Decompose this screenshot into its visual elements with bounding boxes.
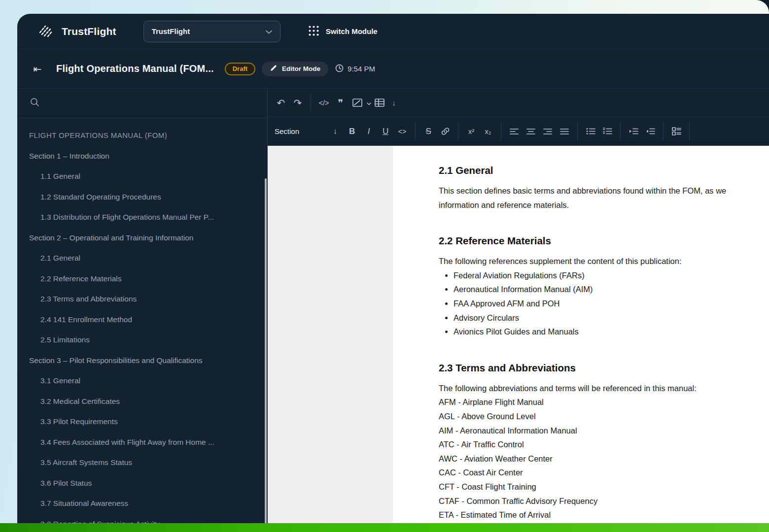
toc-item[interactable]: 3.2 Medical Certificates xyxy=(17,391,267,412)
subscript-icon[interactable]: x₂ xyxy=(480,123,496,140)
definition-list-icon[interactable] xyxy=(668,123,685,140)
align-right-icon[interactable] xyxy=(539,123,556,140)
toolbar-divider xyxy=(415,122,416,141)
code-block-icon[interactable]: </> xyxy=(315,95,332,111)
underline-icon[interactable]: U xyxy=(377,123,394,140)
blockquote-icon[interactable]: ❞ xyxy=(332,95,349,111)
trustflight-logo-icon xyxy=(37,22,55,41)
table-icon xyxy=(371,95,388,111)
bold-icon[interactable]: B xyxy=(344,123,360,140)
last-saved-time: 9:54 PM xyxy=(335,64,375,74)
toc-item[interactable]: Section 3 – Pilot Responsibilities and Q… xyxy=(17,350,267,371)
reference-list-item: FAA Approved AFM and POH xyxy=(454,297,769,311)
insert-image-button[interactable] xyxy=(349,95,371,111)
section-paragraph: The following references supplement the … xyxy=(439,254,769,268)
switch-module-label: Switch Module xyxy=(326,27,378,35)
abbreviation-line: CAC - Coast Air Center xyxy=(439,466,769,480)
abbreviation-line: AIM - Aeronautical Information Manual xyxy=(439,424,769,438)
toc-item[interactable]: 1.1 General xyxy=(17,166,267,187)
toc-item[interactable]: 2.1 General xyxy=(17,248,267,268)
link-icon[interactable] xyxy=(437,123,454,140)
section-heading: 2.3 Terms and Abbreviations xyxy=(439,361,769,375)
reference-list: Federal Aviation Regulations (FARs)Aeron… xyxy=(439,268,769,339)
brand-name: TrustFlight xyxy=(62,26,116,37)
align-left-icon[interactable] xyxy=(506,123,523,140)
document-page[interactable]: 2.1 General This section defines basic t… xyxy=(393,146,769,532)
toolbar-divider xyxy=(501,122,501,141)
toc-item[interactable]: 3.6 Pilot Status xyxy=(17,473,267,494)
inline-code-icon[interactable]: <> xyxy=(394,123,411,140)
sidebar-scrollbar[interactable] xyxy=(265,178,267,530)
abbreviation-line: AGL - Above Ground Level xyxy=(439,409,769,424)
chevron-down-icon xyxy=(367,99,371,107)
ordered-list-icon[interactable] xyxy=(599,123,616,140)
redo-icon[interactable]: ↷ xyxy=(289,95,306,111)
document-title: Flight Operations Manual (FOM... xyxy=(56,63,214,74)
toolbar-divider xyxy=(577,122,578,141)
strikethrough-icon[interactable]: S xyxy=(420,123,437,140)
grid-icon xyxy=(308,25,319,38)
toc-item[interactable]: 1.3 Distribution of Flight Operations Ma… xyxy=(17,207,267,228)
toc-item[interactable]: 3.7 Situational Awareness xyxy=(17,493,267,514)
toc-item[interactable]: 2.4 141 Enrollment Method xyxy=(17,309,267,330)
section-heading: 2.1 General xyxy=(439,164,769,177)
toolbar-divider xyxy=(620,122,621,141)
toc-item[interactable]: 3.5 Aircraft Systems Status xyxy=(17,452,267,473)
align-justify-icon[interactable] xyxy=(556,123,573,140)
reference-list-item: Advisory Circulars xyxy=(454,311,769,325)
abbreviation-line: CTAF - Common Traffic Advisory Frequency xyxy=(439,494,769,508)
paragraph-line: information and reference materials. xyxy=(439,198,769,212)
toc-search[interactable] xyxy=(17,89,267,118)
body: FLIGHT OPERATIONS MANUAL (FOM) Section 1… xyxy=(17,89,769,532)
toc-item[interactable]: 3.3 Pilot Requirements xyxy=(17,411,267,432)
image-icon xyxy=(349,95,366,111)
collapse-sidebar-icon[interactable]: ⇤ xyxy=(29,60,46,78)
editor-toolbar-row-2: Section ↓ B I U <> S x² x₂ xyxy=(268,117,769,146)
editor-toolbar-row-1: ↶ ↷ </> ❞ xyxy=(268,89,769,117)
toc-header: FLIGHT OPERATIONS MANUAL (FOM) xyxy=(17,125,267,146)
toc-item[interactable]: 2.2 Reference Materials xyxy=(17,268,267,289)
toolbar-divider xyxy=(458,122,458,141)
indent-icon[interactable] xyxy=(625,123,642,140)
paragraph-line: This section defines basic terms and abb… xyxy=(439,184,769,198)
top-app-bar: TrustFlight TrustFlight Switch Module xyxy=(17,14,769,49)
reference-list-item: Federal Aviation Regulations (FARs) xyxy=(454,268,769,283)
module-select-dropdown[interactable]: TrustFlight xyxy=(143,21,280,42)
toc-item[interactable]: 3.1 General xyxy=(17,370,267,391)
switch-module-button[interactable]: Switch Module xyxy=(308,25,378,38)
brand: TrustFlight xyxy=(37,22,116,41)
bullet-list-icon[interactable] xyxy=(582,123,599,140)
time-label: 9:54 PM xyxy=(348,65,375,73)
superscript-icon[interactable]: x² xyxy=(463,123,480,140)
search-icon xyxy=(30,98,39,109)
toc-item[interactable]: 3.4 Fees Associated with Flight Away fro… xyxy=(17,432,267,453)
toc-item[interactable]: 2.5 Limitations xyxy=(17,330,267,350)
italic-icon[interactable]: I xyxy=(360,123,377,140)
toc-item[interactable]: Section 1 – Introduction xyxy=(17,146,267,166)
toolbar-divider xyxy=(663,122,664,141)
reference-list-item: Aeronautical Information Manual (AIM) xyxy=(454,282,769,297)
status-badge: Draft xyxy=(225,63,255,75)
toc-item[interactable]: 1.2 Standard Operating Procedures xyxy=(17,187,267,207)
chevron-down-icon xyxy=(266,27,272,35)
undo-icon[interactable]: ↶ xyxy=(273,95,289,111)
toc-item[interactable]: Section 2 – Operational and Training Inf… xyxy=(17,228,267,248)
editor-main: ↶ ↷ </> ❞ xyxy=(268,89,769,532)
section-paragraph: The following abbreviations and terms wi… xyxy=(439,381,769,396)
abbreviation-line: ETA - Estimated Time of Arrival xyxy=(439,508,769,522)
align-center-icon[interactable] xyxy=(523,123,539,140)
insert-table-button[interactable]: ↓ xyxy=(371,95,399,111)
outdent-icon[interactable] xyxy=(642,123,659,140)
section-paragraph: This section defines basic terms and abb… xyxy=(439,184,769,212)
app-window: TrustFlight TrustFlight Switch Module xyxy=(17,14,769,532)
toc-item[interactable]: 2.3 Terms and Abbreviations xyxy=(17,289,267,309)
insert-below-icon[interactable]: ↓ xyxy=(327,123,344,140)
block-style-dropdown[interactable]: Section xyxy=(268,127,303,135)
toolbar-divider xyxy=(311,94,311,112)
abbreviation-line: ATC - Air Traffic Control xyxy=(439,437,769,452)
toc-sidebar: FLIGHT OPERATIONS MANUAL (FOM) Section 1… xyxy=(17,89,268,532)
editor-mode-button[interactable]: Editor Mode xyxy=(262,62,328,76)
clock-icon xyxy=(335,64,344,74)
editor-mode-label: Editor Mode xyxy=(282,65,320,72)
editor-content-area: 2.1 General This section defines basic t… xyxy=(268,146,769,532)
